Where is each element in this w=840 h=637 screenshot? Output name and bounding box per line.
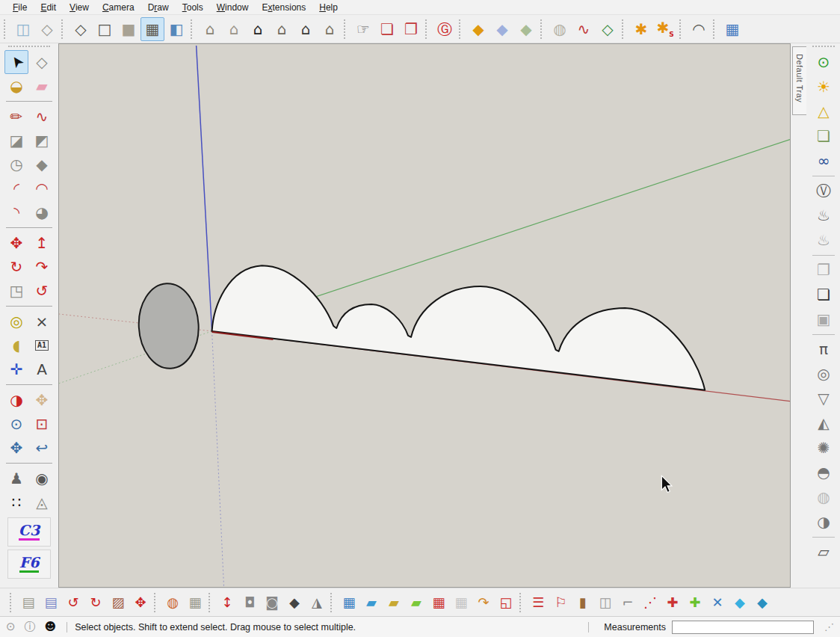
texture-rotate-right-button[interactable]: ↻ bbox=[84, 591, 107, 614]
shaded-textures-style-button[interactable]: ▦ bbox=[140, 17, 164, 41]
water-drop-button[interactable]: ◆ bbox=[729, 591, 751, 614]
toolbar-grip[interactable] bbox=[4, 19, 7, 39]
texture-position-button[interactable]: ✥ bbox=[129, 591, 152, 614]
zoom-extents-button[interactable]: ✥ bbox=[4, 436, 28, 460]
render-lock-button[interactable]: ▣ bbox=[812, 307, 836, 331]
sketch-style-button[interactable]: △ bbox=[812, 99, 836, 123]
two-point-arc-button[interactable]: ◠ bbox=[30, 176, 54, 200]
shell-tool-button[interactable]: ◍ bbox=[548, 17, 572, 41]
texture-rotate-left-button[interactable]: ↺ bbox=[62, 591, 84, 614]
scalloped-face[interactable] bbox=[212, 265, 705, 390]
eraser-button[interactable]: ▰ bbox=[30, 74, 54, 98]
xray-mode-button[interactable]: ◫ bbox=[11, 17, 35, 41]
menu-item-camera[interactable]: Camera bbox=[96, 1, 141, 13]
toolbar-grip[interactable] bbox=[344, 19, 348, 39]
shaded-style-button[interactable]: ■ bbox=[117, 17, 140, 41]
frame-buffer-active-button[interactable]: ❏ bbox=[812, 283, 836, 307]
corner-square-button[interactable]: ◱ bbox=[495, 591, 517, 614]
line-tool-button[interactable]: ✏ bbox=[4, 105, 28, 129]
render-teapot-button[interactable]: ♨ bbox=[812, 203, 836, 227]
swirl-tool-button[interactable]: ↷ bbox=[472, 591, 495, 614]
back-edges-button[interactable]: ◇ bbox=[35, 17, 59, 41]
vector-pushpull-button[interactable]: ◆ bbox=[490, 17, 514, 41]
skin-red-button[interactable]: ▦ bbox=[427, 591, 450, 614]
make-component-button[interactable]: ◇ bbox=[30, 50, 54, 74]
omni-light-button[interactable]: ◎ bbox=[812, 362, 836, 386]
skin-white-button[interactable]: ▦ bbox=[450, 591, 472, 614]
wireframe-mesh-button[interactable]: ◇ bbox=[596, 17, 620, 41]
dome-light-button[interactable]: ◓ bbox=[812, 461, 836, 484]
toolbar-grip[interactable] bbox=[330, 593, 334, 612]
texture-brick-edge-button[interactable]: ▤ bbox=[40, 591, 62, 614]
photo-export-button[interactable]: ❏ bbox=[812, 124, 836, 148]
plugin-f6-button[interactable]: F6 bbox=[7, 550, 51, 579]
menu-item-extensions[interactable]: Extensions bbox=[255, 1, 312, 13]
spot-light-button[interactable]: ▽ bbox=[812, 387, 836, 410]
tape-measure-button[interactable]: ◎ bbox=[4, 310, 28, 333]
monochrome-style-button[interactable]: ◧ bbox=[164, 17, 188, 41]
view-right-button[interactable]: ⌂ bbox=[270, 17, 294, 41]
polygon-tool-button[interactable]: ◆ bbox=[30, 153, 54, 176]
water-drop-hash-button[interactable]: ◆ bbox=[751, 591, 773, 614]
select-tool-button[interactable]: ➤ bbox=[4, 50, 28, 74]
push-pull-button[interactable]: ↥ bbox=[30, 231, 54, 255]
position-camera-button[interactable]: ♟ bbox=[4, 467, 28, 490]
menu-item-tools[interactable]: Tools bbox=[176, 1, 210, 13]
menu-item-help[interactable]: Help bbox=[312, 1, 345, 13]
bent-profile-button[interactable]: ⌐ bbox=[617, 591, 639, 614]
circle-tool-button[interactable]: ◷ bbox=[4, 153, 28, 176]
rectangle-tool-button[interactable]: ◪ bbox=[4, 129, 28, 153]
skin-green-button[interactable]: ▰ bbox=[405, 591, 427, 614]
component-reload-button[interactable]: ❐ bbox=[399, 17, 423, 41]
plane-light-button[interactable]: π bbox=[812, 337, 836, 361]
toolbar-grip[interactable] bbox=[713, 19, 717, 39]
toolbar-grip[interactable] bbox=[8, 46, 50, 49]
axes-tool-button[interactable]: ✛ bbox=[4, 357, 28, 381]
curve-path-button[interactable]: ∿ bbox=[572, 17, 596, 41]
text-tool-button[interactable]: A1 bbox=[30, 333, 54, 357]
plugin-c3-button[interactable]: C3 bbox=[7, 517, 51, 547]
component-upload-button[interactable]: ❏ bbox=[375, 17, 399, 41]
resize-grip[interactable]: ⋰ bbox=[824, 621, 834, 633]
three-point-arc-button[interactable]: ◝ bbox=[4, 200, 28, 224]
circle-face[interactable] bbox=[137, 282, 201, 370]
menu-item-file[interactable]: File bbox=[6, 1, 34, 13]
view-front-button[interactable]: ⌂ bbox=[246, 17, 270, 41]
drawing-canvas[interactable] bbox=[58, 43, 791, 588]
striped-list-button[interactable]: ☰ bbox=[527, 591, 549, 614]
view-back-button[interactable]: ⌂ bbox=[294, 17, 318, 41]
geolocation-button[interactable]: ⊙ bbox=[6, 621, 16, 633]
stamp-button[interactable]: ◘ bbox=[238, 591, 261, 614]
sphere-light-button[interactable]: ◍ bbox=[812, 485, 836, 509]
look-around-button[interactable]: ◉ bbox=[30, 467, 54, 490]
view-iso-button[interactable]: ⌂ bbox=[198, 17, 222, 41]
toolbar-grip[interactable] bbox=[459, 19, 463, 39]
default-tray-tab[interactable]: Default Tray bbox=[792, 46, 806, 115]
toolbar-grip[interactable] bbox=[191, 19, 194, 39]
zoom-window-button[interactable]: ⊡ bbox=[30, 412, 54, 436]
pan-tool-button[interactable]: ✥ bbox=[30, 388, 54, 412]
pie-tool-button[interactable]: ◕ bbox=[30, 200, 54, 224]
hide-soft-edges-button[interactable]: ✱ bbox=[653, 17, 677, 41]
toolbar-grip[interactable] bbox=[519, 593, 523, 612]
wireframe-style-button[interactable]: ◇ bbox=[69, 17, 93, 41]
zoom-previous-button[interactable]: ↩ bbox=[30, 436, 54, 460]
mesh-light-button[interactable]: ◑ bbox=[812, 510, 836, 534]
ies-light-button[interactable]: ◭ bbox=[812, 411, 836, 435]
scale-tool-button[interactable]: ◳ bbox=[4, 279, 28, 303]
shadow-sun-button[interactable]: ☀ bbox=[812, 75, 836, 99]
move-tool-button[interactable]: ✥ bbox=[4, 231, 28, 255]
skin-hash-button[interactable]: ▦ bbox=[338, 591, 360, 614]
protractor-button[interactable]: ◖ bbox=[4, 333, 28, 357]
menu-item-window[interactable]: Window bbox=[210, 1, 256, 13]
toolbar-grip[interactable] bbox=[540, 19, 544, 39]
rotate-tool-button[interactable]: ↻ bbox=[4, 255, 28, 279]
paint-bucket-button[interactable]: ◒ bbox=[4, 74, 28, 98]
dotted-curve-button[interactable]: ⋰ bbox=[639, 591, 661, 614]
arc-on-line-button[interactable]: ◠ bbox=[687, 17, 711, 41]
orbit-tool-button[interactable]: ◑ bbox=[4, 388, 28, 412]
dimension-tool-button[interactable]: × bbox=[30, 310, 54, 333]
from-scratch-button[interactable]: ▦ bbox=[184, 591, 206, 614]
drape-button[interactable]: ◙ bbox=[261, 591, 283, 614]
joint-pushpull-button[interactable]: ◆ bbox=[466, 17, 490, 41]
